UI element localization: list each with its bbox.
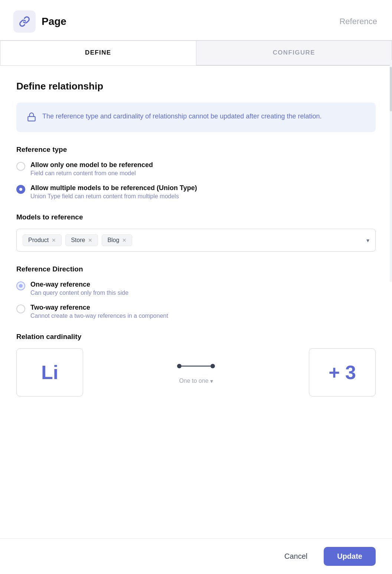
svg-point-3 [210, 364, 215, 368]
lock-icon [27, 112, 36, 123]
svg-point-1 [177, 364, 182, 368]
tag-store[interactable]: Store ✕ [65, 234, 98, 246]
link-icon [19, 16, 30, 27]
radio-twoway-text: Two-way reference Cannot create a two-wa… [30, 304, 168, 319]
cardinality-container: Li One to one ▾ + 3 [16, 348, 376, 397]
footer: Cancel Update [0, 538, 392, 574]
models-label: Models to reference [16, 213, 376, 221]
radio-twoway[interactable]: Two-way reference Cannot create a two-wa… [16, 304, 376, 319]
tag-product-remove[interactable]: ✕ [52, 237, 56, 243]
tag-product[interactable]: Product ✕ [23, 234, 62, 246]
tag-blog-name: Blog [107, 237, 119, 244]
radio-multiple[interactable]: Allow multiple models to be referenced (… [16, 184, 376, 200]
page-icon-box [13, 10, 36, 33]
page-title: Page [42, 16, 66, 27]
reference-type-label: Reference type [16, 146, 376, 154]
section-title: Define relationship [16, 81, 376, 92]
radio-oneway-circle[interactable] [16, 281, 25, 290]
update-button[interactable]: Update [324, 547, 376, 566]
cardinality-right-text: + 3 [329, 361, 356, 384]
dropdown-icon[interactable]: ▾ [366, 237, 369, 244]
radio-twoway-circle[interactable] [16, 304, 25, 313]
reference-direction-label: Reference Direction [16, 265, 376, 273]
scroll-thumb[interactable] [390, 67, 392, 111]
radio-oneway-text: One-way reference Can query content only… [30, 281, 128, 296]
cardinality-line-label[interactable]: One to one ▾ [179, 378, 213, 385]
cardinality-label: Relation cardinality [16, 333, 376, 341]
svg-rect-0 [28, 117, 35, 121]
scrollbar[interactable] [390, 59, 392, 282]
cardinality-dropdown-icon[interactable]: ▾ [210, 378, 213, 385]
radio-oneway[interactable]: One-way reference Can query content only… [16, 281, 376, 296]
content-area: Define relationship The reference type a… [0, 66, 392, 441]
radio-single[interactable]: Allow only one model to be referenced Fi… [16, 161, 376, 177]
radio-multiple-text: Allow multiple models to be referenced (… [30, 184, 197, 200]
cardinality-left-text: Li [41, 361, 58, 384]
tag-blog-remove[interactable]: ✕ [122, 237, 127, 243]
cardinality-left-box: Li [16, 348, 83, 397]
tag-blog[interactable]: Blog ✕ [102, 234, 132, 246]
radio-multiple-circle[interactable] [16, 185, 25, 194]
radio-single-circle[interactable] [16, 162, 25, 171]
tag-store-remove[interactable]: ✕ [88, 237, 92, 243]
header-left: Page [13, 10, 66, 33]
cancel-button[interactable]: Cancel [277, 548, 315, 564]
cardinality-line-svg [174, 361, 218, 372]
tab-configure[interactable]: CONFIGURE [196, 40, 392, 65]
tag-store-name: Store [71, 237, 85, 244]
info-box: The reference type and cardinality of re… [16, 102, 376, 132]
tab-define[interactable]: DEFINE [0, 40, 196, 65]
info-box-text: The reference type and cardinality of re… [42, 111, 321, 122]
radio-single-text: Allow only one model to be referenced Fi… [30, 161, 153, 177]
tag-product-name: Product [28, 237, 49, 244]
models-input[interactable]: Product ✕ Store ✕ Blog ✕ ▾ [16, 229, 376, 252]
cardinality-center: One to one ▾ [89, 361, 303, 385]
cardinality-right-box: + 3 [309, 348, 376, 397]
reference-label: Reference [339, 17, 377, 26]
header: Page Reference [0, 0, 392, 40]
tabs: DEFINE CONFIGURE [0, 40, 392, 66]
